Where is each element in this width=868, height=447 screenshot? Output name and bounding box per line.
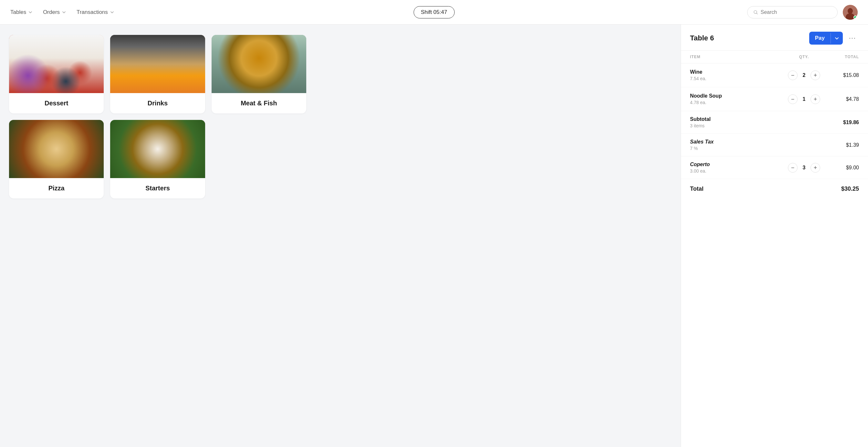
coperto-total: $9.00	[827, 165, 859, 171]
total-label: Total	[690, 185, 827, 192]
search-input[interactable]	[761, 9, 832, 15]
coperto-qty-value: 3	[802, 165, 807, 171]
shift-center: Shift 05:47	[413, 6, 455, 19]
drinks-label: Drinks	[110, 93, 205, 114]
sales-tax-info: Sales Tax 7 %	[690, 139, 827, 151]
wine-info: Wine 7.54 ea.	[690, 69, 781, 81]
order-header-actions: Pay ⋯	[809, 32, 859, 44]
more-options-button[interactable]: ⋯	[846, 33, 859, 43]
noodle-soup-total: $4.78	[827, 96, 859, 102]
sales-tax-label: Sales Tax	[690, 139, 827, 145]
wine-price-each: 7.54 ea.	[690, 76, 781, 81]
coperto-label: Coperto	[690, 161, 781, 168]
noodle-soup-qty-increase[interactable]: +	[810, 94, 820, 104]
table-title: Table 6	[690, 34, 714, 42]
search-icon	[753, 10, 758, 15]
online-indicator	[854, 16, 857, 19]
sales-tax-sublabel: 7 %	[690, 146, 827, 151]
order-item-noodle-soup: Noodle Soup 4.78 ea. − 1 + $4.78	[681, 87, 868, 111]
pay-button-label: Pay	[809, 32, 831, 44]
wine-qty-increase[interactable]: +	[810, 70, 820, 80]
coperto-qty-control: − 3 +	[781, 163, 827, 173]
transactions-label: Transactions	[76, 9, 108, 16]
tables-label: Tables	[10, 9, 26, 16]
total-row: Total $30.25	[681, 179, 868, 199]
subtotal-label: Subtotal	[690, 116, 827, 122]
coperto-qty-decrease[interactable]: −	[788, 163, 798, 173]
pizza-image	[9, 120, 104, 178]
col-qty: QTY.	[781, 55, 827, 59]
noodle-soup-qty-decrease[interactable]: −	[788, 94, 798, 104]
header: Tables Orders Transactions Shift 05:47	[0, 0, 868, 25]
noodle-soup-name: Noodle Soup	[690, 93, 781, 99]
svg-point-2	[848, 8, 853, 14]
pay-button-arrow	[831, 33, 843, 43]
category-starters[interactable]: Starters	[110, 120, 205, 199]
col-total: TOTAL	[827, 55, 859, 59]
subtotal-row: Subtotal 3 items $19.86	[681, 111, 868, 134]
nav-left: Tables Orders Transactions	[10, 9, 114, 16]
col-item: ITEM	[690, 55, 781, 59]
nav-orders[interactable]: Orders	[43, 9, 66, 16]
nav-transactions[interactable]: Transactions	[76, 9, 114, 16]
chevron-down-icon	[110, 10, 114, 14]
starters-label: Starters	[110, 178, 205, 199]
sales-tax-row: Sales Tax 7 % $1.39	[681, 134, 868, 156]
dessert-label: Dessert	[9, 93, 104, 114]
category-grid: Dessert Drinks Meat & Fish Pizza Starter…	[9, 35, 306, 199]
pizza-label: Pizza	[9, 178, 104, 199]
wine-qty-decrease[interactable]: −	[788, 70, 798, 80]
categories-section: Dessert Drinks Meat & Fish Pizza Starter…	[0, 25, 681, 447]
total-value: $30.25	[827, 185, 859, 192]
wine-name: Wine	[690, 69, 781, 75]
sales-tax-value: $1.39	[827, 142, 859, 148]
order-header: Table 6 Pay ⋯	[681, 25, 868, 51]
pay-button[interactable]: Pay	[809, 32, 843, 44]
category-meat-fish[interactable]: Meat & Fish	[212, 35, 306, 114]
starters-image	[110, 120, 205, 178]
noodle-soup-qty-control: − 1 +	[781, 94, 827, 104]
order-item-wine: Wine 7.54 ea. − 2 + $15.08	[681, 63, 868, 87]
category-pizza[interactable]: Pizza	[9, 120, 104, 199]
chevron-down-icon	[28, 10, 33, 14]
order-panel: Table 6 Pay ⋯ ITEM QTY. TOTAL Wine 7.54 …	[681, 25, 868, 447]
shift-badge[interactable]: Shift 05:47	[413, 6, 455, 19]
wine-qty-control: − 2 +	[781, 70, 827, 80]
coperto-qty-increase[interactable]: +	[810, 163, 820, 173]
subtotal-sublabel: 3 items	[690, 123, 827, 128]
noodle-soup-qty-value: 1	[802, 96, 807, 102]
wine-total: $15.08	[827, 72, 859, 78]
coperto-price-each: 3.00 ea.	[690, 169, 781, 174]
wine-qty-value: 2	[802, 72, 807, 78]
header-right	[747, 5, 858, 20]
orders-label: Orders	[43, 9, 60, 16]
meatfish-label: Meat & Fish	[212, 93, 306, 114]
subtotal-value: $19.86	[827, 120, 859, 125]
coperto-row: Coperto 3.00 ea. − 3 + $9.00	[681, 156, 868, 179]
avatar[interactable]	[843, 5, 858, 20]
coperto-info: Coperto 3.00 ea.	[690, 161, 781, 174]
drinks-image	[110, 35, 205, 93]
category-drinks[interactable]: Drinks	[110, 35, 205, 114]
chevron-down-icon	[62, 10, 66, 14]
noodle-soup-info: Noodle Soup 4.78 ea.	[690, 93, 781, 105]
main-content: Dessert Drinks Meat & Fish Pizza Starter…	[0, 25, 868, 447]
noodle-soup-price-each: 4.78 ea.	[690, 100, 781, 105]
search-box[interactable]	[747, 6, 838, 19]
subtotal-info: Subtotal 3 items	[690, 116, 827, 128]
chevron-down-icon	[835, 36, 839, 40]
nav-tables[interactable]: Tables	[10, 9, 33, 16]
dessert-image	[9, 35, 104, 93]
meatfish-image	[212, 35, 306, 93]
category-dessert[interactable]: Dessert	[9, 35, 104, 114]
order-table-header: ITEM QTY. TOTAL	[681, 51, 868, 63]
